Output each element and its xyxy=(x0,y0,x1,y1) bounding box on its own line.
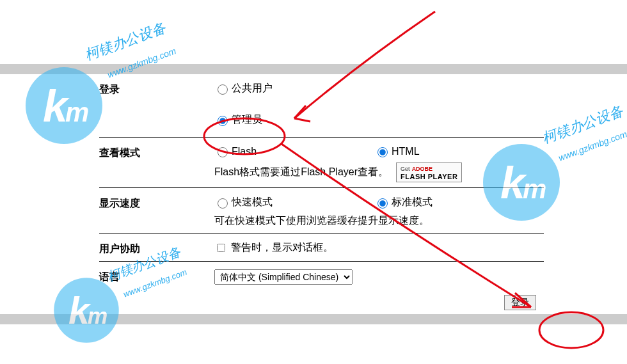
radio-flash-label: Flash xyxy=(232,146,257,157)
viewmode-label: 查看模式 xyxy=(99,145,214,160)
radio-flash-input[interactable] xyxy=(218,147,228,157)
radio-standard-input[interactable] xyxy=(377,198,388,209)
radio-flash[interactable]: Flash xyxy=(214,145,374,157)
language-label: 语言 xyxy=(99,269,214,284)
assist-checkbox[interactable] xyxy=(217,244,225,252)
radio-html-input[interactable] xyxy=(377,147,388,157)
watermark-brand-1: 柯镁办公设备 xyxy=(83,18,168,65)
radio-public-user-label: 公共用户 xyxy=(232,82,273,95)
language-select[interactable]: 简体中文 (Simplified Chinese) xyxy=(214,269,353,285)
radio-admin-input[interactable] xyxy=(218,116,228,126)
speed-label: 显示速度 xyxy=(99,196,214,210)
radio-standard[interactable]: 标准模式 xyxy=(374,196,534,209)
flash-player-badge[interactable]: Get ADOBE FLASH PLAYER xyxy=(396,162,462,182)
radio-public-user-input[interactable] xyxy=(218,84,228,95)
radio-html-label: HTML xyxy=(392,146,420,157)
radio-standard-label: 标准模式 xyxy=(392,196,433,209)
radio-fast-label: 快速模式 xyxy=(232,196,273,209)
login-label: 登录 xyxy=(99,82,214,97)
login-button[interactable]: 登录 xyxy=(504,295,536,310)
radio-fast[interactable]: 快速模式 xyxy=(214,196,374,209)
assist-checkbox-label: 警告时，显示对话框。 xyxy=(231,241,333,255)
radio-public-user[interactable]: 公共用户 xyxy=(214,82,374,95)
assist-label: 用户协助 xyxy=(99,241,214,256)
radio-admin-label: 管理员 xyxy=(232,113,262,127)
viewmode-hint: Flash格式需要通过Flash Player查看。 xyxy=(214,166,388,179)
radio-admin[interactable]: 管理员 xyxy=(214,113,374,127)
speed-hint: 可在快速模式下使用浏览器缓存提升显示速度。 xyxy=(214,214,429,228)
radio-fast-input[interactable] xyxy=(218,198,228,209)
radio-html[interactable]: HTML xyxy=(374,145,534,157)
